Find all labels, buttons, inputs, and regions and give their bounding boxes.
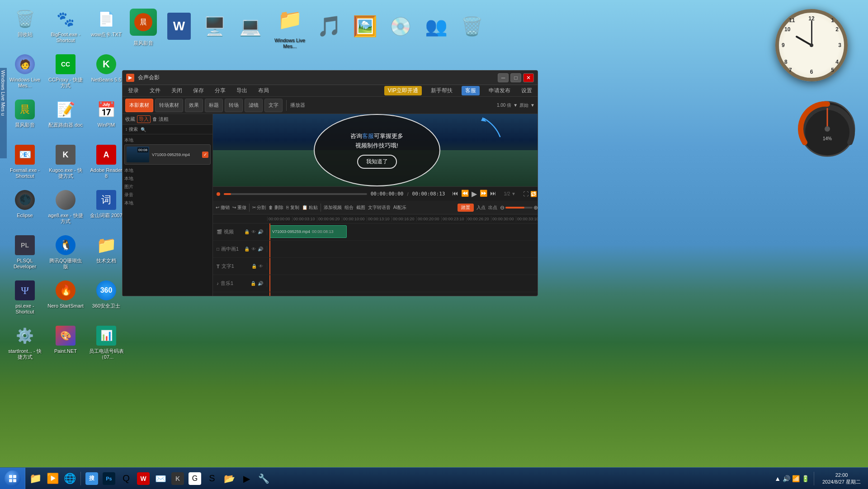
split-button[interactable]: ✂ 分割: [252, 204, 266, 211]
taskbar-photoshop[interactable]: Ps: [101, 470, 117, 487]
copy-button[interactable]: ⎘ 复制: [286, 204, 299, 211]
add-video-button[interactable]: 添加视频: [324, 204, 342, 211]
tts-button[interactable]: 文字转语音: [368, 204, 391, 211]
icon-plsql[interactable]: PL PLSQL Developer: [5, 231, 45, 276]
menu-export[interactable]: 导出: [235, 86, 249, 95]
popup-confirm-button[interactable]: 我知道了: [357, 155, 397, 169]
out-point-button[interactable]: 出点: [488, 204, 497, 211]
minimize-button[interactable]: ─: [498, 73, 509, 82]
menu-login[interactable]: 登录: [126, 86, 141, 95]
icon-wow[interactable]: 📄 wow点卡.TXT: [86, 5, 127, 50]
icon-nero[interactable]: 🔥 Nero StartSmart: [45, 276, 86, 321]
icon-foxmail[interactable]: 📧 Foxmail.exe - Shortcut: [5, 140, 45, 185]
in-point-button[interactable]: 入点: [476, 204, 486, 211]
top-icon-music[interactable]: 🎵: [315, 12, 344, 43]
track-text-content[interactable]: [267, 258, 538, 275]
new-user-button[interactable]: 新手帮扶: [429, 86, 454, 95]
toolbar-filter[interactable]: 转场: [225, 99, 243, 112]
menu-layout[interactable]: 布局: [256, 86, 271, 95]
skip-end-button[interactable]: ⏭: [490, 190, 496, 198]
menu-file[interactable]: 文件: [148, 86, 162, 95]
icon-age8[interactable]: age8.exe - 快捷方式: [45, 185, 86, 231]
top-icon-computer[interactable]: 🖥️: [200, 12, 229, 43]
top-icon-contacts[interactable]: 👥: [422, 12, 451, 43]
taskbar-explorer[interactable]: 📁: [27, 470, 43, 487]
vip-button[interactable]: VIP立即开通: [384, 86, 422, 95]
toolbar-title[interactable]: 标题: [205, 99, 223, 112]
toolbar-media[interactable]: 本影素材: [125, 99, 153, 112]
step-fwd-button[interactable]: ⏩: [480, 190, 487, 198]
icon-qqpearl[interactable]: 🐧 腾讯QQ珊瑚虫版: [45, 231, 86, 276]
messenger-sidebar[interactable]: Windows Live Mes u: [0, 68, 7, 158]
music-lock-icon[interactable]: 🔒: [250, 281, 256, 286]
combine-button[interactable]: 组合: [344, 204, 354, 211]
icon-windows-live[interactable]: 🧑 Windows Live Mes...: [5, 50, 45, 95]
top-icon-dvd[interactable]: 💿: [386, 12, 415, 43]
taskbar-media2[interactable]: ▶: [238, 470, 255, 487]
delete-button[interactable]: 🗑 删除: [269, 204, 283, 211]
pip-sound-icon[interactable]: 🔊: [258, 247, 263, 252]
track-music-content[interactable]: [267, 275, 538, 292]
taskbar-media-player[interactable]: ▶️: [44, 470, 61, 487]
top-icon-jinfeng[interactable]: 晨 晨风影音: [129, 8, 158, 46]
pip-eye-icon[interactable]: 👁: [251, 247, 256, 252]
maximize-button[interactable]: □: [510, 73, 521, 82]
tray-volume[interactable]: 🔊: [783, 475, 790, 482]
icon-netbeans[interactable]: K NetBeans 5.5: [86, 50, 127, 95]
loop-button[interactable]: 🔁: [530, 191, 537, 197]
icon-kugoo[interactable]: K Kugoo.exe - 快捷方式: [45, 140, 86, 185]
icon-yuangong[interactable]: 📊 员工电话号码表（07...: [86, 321, 127, 366]
zoom-slider[interactable]: ⊖ ⊕: [500, 204, 538, 211]
text-eye-icon[interactable]: 👁: [259, 264, 263, 269]
taskbar-clock[interactable]: 22:00 2024/8/27 星期二: [819, 472, 864, 485]
music-vol-icon[interactable]: 🔊: [258, 281, 263, 286]
export-button[interactable]: 踏置: [458, 204, 474, 212]
top-icon-word[interactable]: W: [165, 12, 193, 43]
taskbar-sogou[interactable]: 搜: [84, 470, 100, 487]
icon-adobe[interactable]: A Adobe Reader 8: [86, 140, 127, 185]
toolbar-transition[interactable]: 转场素材: [155, 99, 183, 112]
progress-bar[interactable]: [224, 193, 367, 195]
taskbar-tencent[interactable]: Q: [118, 470, 134, 487]
taskbar-ie[interactable]: 🌐: [61, 470, 78, 487]
menu-share[interactable]: 分享: [213, 86, 227, 95]
top-icon-trash[interactable]: 🗑️: [458, 12, 486, 43]
icon-psi[interactable]: Ψ psi.exe - Shortcut: [5, 276, 45, 321]
screenshot-button[interactable]: 截图: [356, 204, 365, 211]
icon-peizhilu[interactable]: 📝 配置路由器.doc: [45, 95, 86, 140]
track-pip-content[interactable]: [267, 241, 538, 257]
icon-recycle-bin[interactable]: 🗑️ 回收站: [5, 5, 45, 50]
taskbar-app1[interactable]: 🔧: [255, 470, 272, 487]
paste-button[interactable]: 📋 粘贴: [302, 204, 318, 211]
toolbar-caption[interactable]: 文字: [264, 99, 283, 112]
taskbar-google[interactable]: G: [187, 470, 203, 487]
close-button[interactable]: ✕: [523, 73, 534, 82]
tray-battery[interactable]: 🔋: [802, 475, 809, 482]
client-service-button[interactable]: 客服: [462, 86, 480, 95]
icon-jishu[interactable]: 📁 技术文档: [86, 231, 127, 276]
start-button[interactable]: [0, 468, 25, 489]
toolbar-effect[interactable]: 效果: [185, 99, 203, 112]
tray-network[interactable]: 📶: [792, 475, 800, 482]
toolbar-text[interactable]: 滤镜: [245, 99, 263, 112]
icon-startfront[interactable]: ⚙️ startIront... - 快捷方式: [5, 321, 45, 366]
icon-360safe[interactable]: 360 360安全卫士: [86, 276, 127, 321]
top-icon-computer2[interactable]: 💻: [236, 12, 265, 43]
media-item-video[interactable]: 00:08 V71003-095259.mp4 ✓: [124, 144, 211, 165]
icon-winpim[interactable]: 📅 WinPIM: [86, 95, 127, 140]
undo-button[interactable]: ↩ 撤销: [216, 204, 230, 211]
icon-eclipse[interactable]: 🌑 Eclipse: [5, 185, 45, 231]
icon-jinfeng[interactable]: 晨 晨风影音: [5, 95, 45, 140]
icon-paintnet[interactable]: 🎨 Paint.NET: [45, 321, 86, 366]
ai-music-button[interactable]: AI配乐: [393, 204, 406, 211]
step-back-button[interactable]: ⏪: [461, 190, 469, 198]
tray-arrow[interactable]: ▲: [774, 475, 781, 482]
play-button[interactable]: ▶: [472, 190, 477, 198]
track-video-content[interactable]: V71003-095259.mp4 00:00:08:13: [267, 223, 538, 240]
taskbar-mail[interactable]: ✉️: [152, 470, 169, 487]
settings-button[interactable]: 设置: [519, 86, 534, 95]
apply-send-button[interactable]: 申请发布: [487, 86, 512, 95]
icon-ccproxy[interactable]: CC CCProxy - 快捷方式: [45, 50, 86, 95]
sound-icon[interactable]: 🔊: [258, 229, 263, 234]
track-narration-content[interactable]: [267, 292, 538, 296]
